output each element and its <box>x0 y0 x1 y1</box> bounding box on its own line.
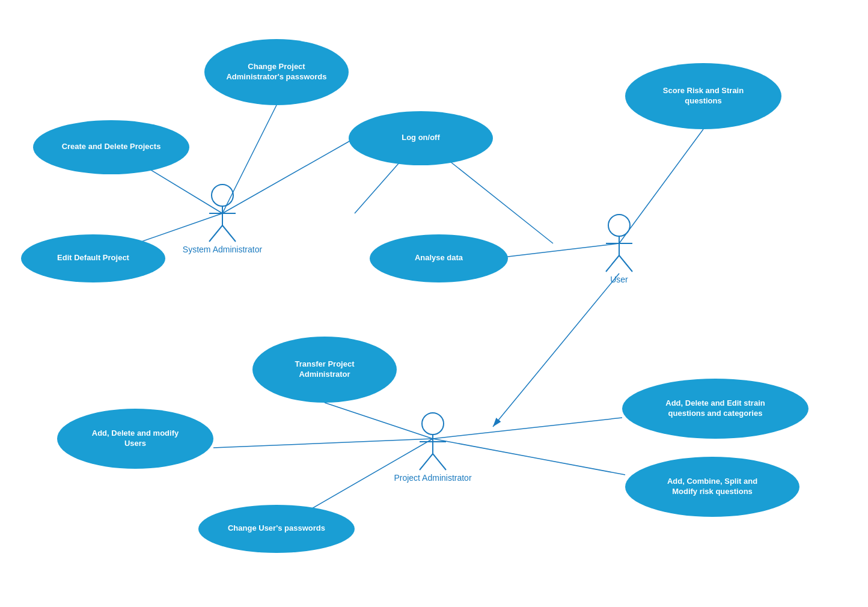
usecase-text-change-passwords: Change Project <box>248 62 305 71</box>
actor-project-admin: Project Administrator <box>394 413 471 483</box>
actor-head <box>212 185 233 206</box>
usecase-text-score-risk-strain: Score Risk and Strain <box>663 86 744 95</box>
actor-left-leg <box>209 225 222 242</box>
connection-line <box>433 418 622 439</box>
usecase-add-delete-modify-users: Add, Delete and modifyUsers <box>57 409 213 469</box>
use-case-diagram: System AdministratorUserProject Administ… <box>0 0 868 607</box>
usecase-edit-default-project: Edit Default Project <box>21 234 165 282</box>
actor-right-leg <box>433 454 446 470</box>
connection-line <box>493 243 619 258</box>
connection-line <box>493 273 619 427</box>
actor-right-leg <box>619 255 632 272</box>
usecase-score-risk-strain: Score Risk and Strainquestions <box>625 63 781 129</box>
usecase-text-analyse-data: Analyse data <box>415 253 463 262</box>
actor-left-leg <box>606 255 619 272</box>
usecase-change-passwords: Change ProjectAdministrator's passwords <box>204 39 349 105</box>
usecase-text-create-delete-projects: Create and Delete Projects <box>62 142 161 151</box>
connections <box>93 105 703 529</box>
connection-line <box>325 403 433 439</box>
usecase-text-add-delete-edit-strain: questions and categories <box>668 409 763 418</box>
actor-system-admin: System Administrator <box>183 185 263 254</box>
connection-line <box>619 129 703 243</box>
usecase-text-change-passwords: Administrator's passwords <box>226 72 326 81</box>
usecase-text-change-user-passwords: Change User's passwords <box>228 523 325 532</box>
actors: System AdministratorUserProject Administ… <box>183 185 632 483</box>
usecase-text-add-delete-modify-users: Users <box>124 439 146 448</box>
actor-label-project-admin: Project Administrator <box>394 473 471 483</box>
usecase-transfer-project-admin: Transfer ProjectAdministrator <box>252 337 397 403</box>
usecase-text-add-delete-modify-users: Add, Delete and modify <box>92 429 179 438</box>
actor-right-leg <box>222 225 236 242</box>
usecase-text-edit-default-project: Edit Default Project <box>57 253 130 262</box>
usecase-add-delete-edit-strain: Add, Delete and Edit strainquestions and… <box>622 379 808 439</box>
connection-line <box>433 439 625 475</box>
usecase-add-combine-split: Add, Combine, Split andModify risk quest… <box>625 457 799 517</box>
usecase-text-transfer-project-admin: Administrator <box>299 370 350 379</box>
actor-label-system-admin: System Administrator <box>183 245 263 254</box>
usecase-text-score-risk-strain: questions <box>685 96 721 105</box>
actor-head <box>608 215 630 236</box>
usecase-text-add-combine-split: Modify risk questions <box>672 487 753 496</box>
actor-left-leg <box>420 454 433 470</box>
usecase-text-add-delete-edit-strain: Add, Delete and Edit strain <box>665 398 765 407</box>
usecase-log-on-off: Log on/off <box>349 111 493 165</box>
actor-label-user: User <box>610 275 628 284</box>
connection-line <box>213 439 433 448</box>
actor-head <box>422 413 444 435</box>
usecase-text-transfer-project-admin: Transfer Project <box>295 359 355 368</box>
usecase-text-add-combine-split: Add, Combine, Split and <box>667 477 757 486</box>
connection-line <box>222 105 277 213</box>
usecase-analyse-data: Analyse data <box>370 234 508 282</box>
usecase-change-user-passwords: Change User's passwords <box>198 505 355 553</box>
connection-line <box>222 138 355 213</box>
usecase-text-log-on-off: Log on/off <box>402 133 440 142</box>
usecase-create-delete-projects: Create and Delete Projects <box>33 120 189 174</box>
